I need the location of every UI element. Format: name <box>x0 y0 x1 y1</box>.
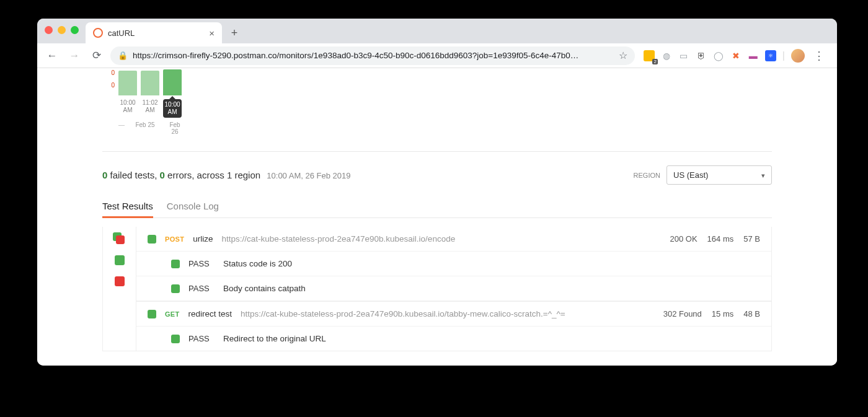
http-method: GET <box>165 310 180 318</box>
test-result: PASS <box>188 334 215 343</box>
response-status: 200 OK <box>670 234 698 244</box>
reload-button[interactable]: ⟳ <box>88 47 105 64</box>
extension-badge: 2 <box>652 59 657 64</box>
extension-icon[interactable]: ⛨ <box>696 50 707 61</box>
tab-title: catURL <box>108 29 204 38</box>
browser-tab[interactable]: catURL × <box>86 22 222 43</box>
browser-tabbar: catURL × + <box>37 19 837 43</box>
browser-menu-button[interactable]: ⋮ <box>811 49 827 63</box>
extension-icon[interactable]: ✖ <box>730 50 742 61</box>
url-text: https://crimson-firefly-5290.postman.co/… <box>133 51 614 60</box>
x-tick-selected[interactable]: 10:00 AM <box>163 99 182 118</box>
request-row[interactable]: GET redirect test https://cat-kube-state… <box>136 301 771 327</box>
profile-avatar[interactable] <box>791 49 805 63</box>
summary-row: 0 failed tests, 0 errors, across 1 regio… <box>102 152 772 196</box>
result-filter-sidebar <box>103 227 136 351</box>
test-row: PASS Body contains catpath <box>136 276 771 301</box>
request-meta: 200 OK 164 ms 57 B <box>670 234 760 244</box>
test-description: Body contains catpath <box>223 284 306 293</box>
status-square-icon <box>148 235 156 244</box>
tab-console-log[interactable]: Console Log <box>167 196 219 217</box>
chart-y-axis: 0 0 <box>102 69 115 95</box>
response-time: 164 ms <box>707 234 734 244</box>
window-controls <box>45 26 79 34</box>
response-time: 15 ms <box>712 309 733 318</box>
region-select[interactable]: US (East) <box>666 165 772 185</box>
extension-icon[interactable]: ⚛ <box>765 50 776 61</box>
test-description: Redirect to the original URL <box>223 334 326 343</box>
test-result: PASS <box>188 259 215 268</box>
test-row: PASS Status code is 200 <box>136 252 771 276</box>
errors-count: 0 <box>160 170 165 180</box>
y-tick: 0 <box>111 82 115 94</box>
monitor-run-chart: 0 0 <box>102 68 772 95</box>
postman-favicon-icon <box>93 28 103 38</box>
forward-button[interactable]: → <box>66 47 83 64</box>
tab-test-results[interactable]: Test Results <box>102 196 153 217</box>
response-size: 48 B <box>743 309 760 318</box>
chart-x-axis: 10:00 AM 11:02 AM 10:00 AM <box>118 99 772 118</box>
extension-icon[interactable]: ◍ <box>661 50 672 61</box>
x-tick[interactable]: 11:02 AM <box>141 99 159 118</box>
extension-icon[interactable]: ◯ <box>713 50 724 61</box>
filter-all-button[interactable] <box>115 234 125 244</box>
http-method: POST <box>165 235 184 243</box>
close-tab-icon[interactable]: × <box>209 28 215 38</box>
region-control: REGION US (East) <box>634 165 772 185</box>
status-square-icon <box>171 335 180 343</box>
maximize-window-button[interactable] <box>71 26 79 34</box>
test-results-panel: POST urlize https://cat-kube-stateless-p… <box>102 227 772 351</box>
request-name: redirect test <box>188 309 232 318</box>
summary-text: 0 failed tests, 0 errors, across 1 regio… <box>102 170 350 180</box>
response-status: 302 Found <box>663 309 702 318</box>
results-tabs: Test Results Console Log <box>102 196 772 218</box>
filter-failed-button[interactable] <box>115 276 125 286</box>
browser-window: catURL × + ← → ⟳ 🔒 https://crimson-firef… <box>37 19 837 366</box>
request-url: https://cat-kube-stateless-prod-2ea747e9… <box>221 234 661 244</box>
y-tick: 0 <box>111 69 115 82</box>
result-rows: POST urlize https://cat-kube-stateless-p… <box>136 227 771 351</box>
test-row: PASS Redirect to the original URL <box>136 327 771 351</box>
close-window-button[interactable] <box>45 26 53 34</box>
date-group: Feb 25 <box>125 121 166 135</box>
back-button[interactable]: ← <box>43 47 61 64</box>
test-result: PASS <box>188 284 215 293</box>
response-size: 57 B <box>743 234 760 244</box>
extension-icon[interactable]: ▬ <box>748 50 759 61</box>
date-group: Feb 26 <box>166 121 184 135</box>
extension-icons: 2 ◍ ▭ ⛨ ◯ ✖ ▬ ⚛ | ⋮ <box>640 49 831 63</box>
test-description: Status code is 200 <box>223 259 292 268</box>
address-bar[interactable]: 🔒 https://crimson-firefly-5290.postman.c… <box>110 46 635 65</box>
request-url: https://cat-kube-stateless-prod-2ea747e9… <box>241 309 655 318</box>
run-timestamp: 10:00 AM, 26 Feb 2019 <box>267 171 350 180</box>
status-square-icon <box>171 284 180 293</box>
status-square-icon <box>171 260 180 268</box>
minimize-window-button[interactable] <box>58 26 66 34</box>
x-tick[interactable]: 10:00 AM <box>118 99 137 118</box>
status-square-icon <box>148 310 156 318</box>
extension-icon[interactable]: 2 <box>644 50 655 61</box>
page-content: 0 0 10:00 AM 11:02 AM 10:00 AM — Feb 25 … <box>37 68 837 366</box>
new-tab-button[interactable]: + <box>226 24 243 42</box>
extension-icon[interactable]: ▭ <box>678 50 689 61</box>
request-meta: 302 Found 15 ms 48 B <box>663 309 760 318</box>
lock-icon: 🔒 <box>118 51 128 60</box>
region-label: REGION <box>634 172 660 179</box>
browser-toolbar: ← → ⟳ 🔒 https://crimson-firefly-5290.pos… <box>37 43 837 68</box>
chart-bar[interactable] <box>118 71 137 95</box>
chart-bar-selected[interactable] <box>163 69 182 95</box>
filter-passed-button[interactable] <box>115 255 125 265</box>
request-name: urlize <box>193 234 213 244</box>
bookmark-star-icon[interactable]: ☆ <box>619 50 627 61</box>
chart-date-labels: — Feb 25 Feb 26 <box>118 121 772 135</box>
chart-bars <box>118 69 182 95</box>
chart-bar[interactable] <box>141 71 159 95</box>
request-row[interactable]: POST urlize https://cat-kube-stateless-p… <box>136 227 771 252</box>
